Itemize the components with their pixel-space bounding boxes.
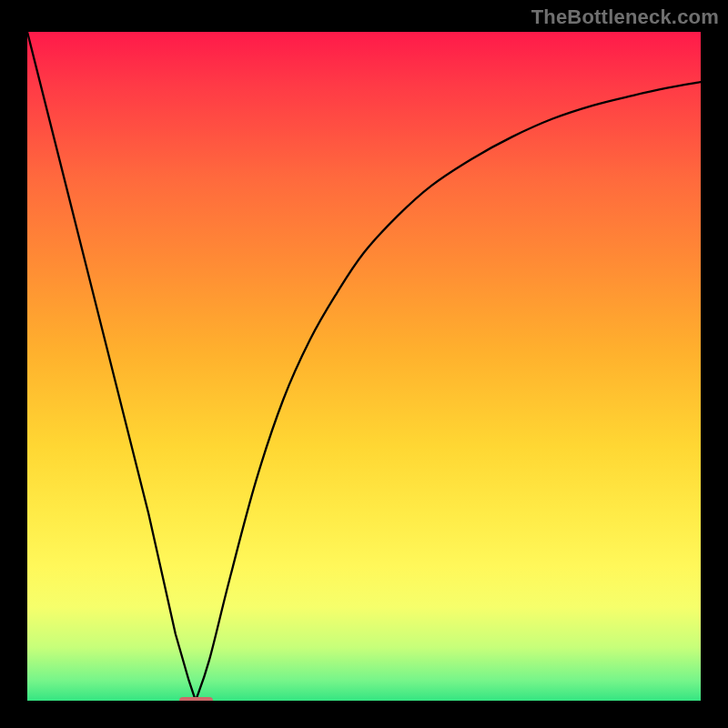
minimum-marker — [179, 697, 213, 701]
curve-layer — [27, 32, 701, 701]
plot-area — [27, 32, 701, 701]
plot-area-wrapper — [27, 32, 701, 701]
chart-container: TheBottleneck.com — [0, 0, 728, 728]
bottleneck-curve — [27, 32, 701, 701]
attribution-text: TheBottleneck.com — [531, 5, 719, 29]
